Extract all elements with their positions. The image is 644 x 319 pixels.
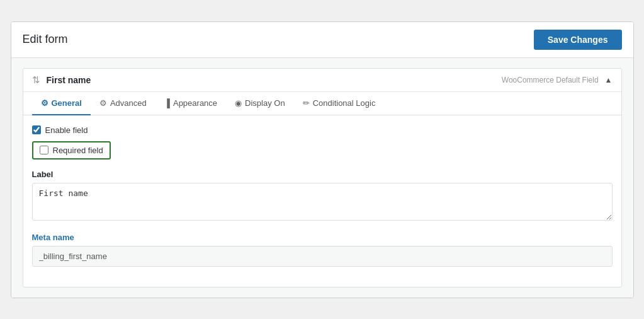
tabs-bar: ⚙ General ⚙ Advanced ▐ Appearance ◉ Disp… xyxy=(23,92,621,115)
woo-default-label: WooCommerce Default Field xyxy=(502,76,599,84)
tab-conditional-logic-label: Conditional Logic xyxy=(313,98,376,108)
tab-general[interactable]: ⚙ General xyxy=(32,92,91,115)
tab-conditional-logic[interactable]: ✏ Conditional Logic xyxy=(294,92,385,115)
edit-form-container: Edit form Save Changes ⇅ First name WooC… xyxy=(11,21,634,298)
label-heading: Label xyxy=(32,170,613,179)
field-header-left: ⇅ First name xyxy=(32,75,91,85)
collapse-icon[interactable]: ▲ xyxy=(605,76,613,84)
appearance-tab-icon: ▐ xyxy=(164,98,170,108)
save-changes-button[interactable]: Save Changes xyxy=(534,30,622,50)
field-name: First name xyxy=(47,75,91,85)
tab-general-label: General xyxy=(52,98,82,108)
content-area: ⇅ First name WooCommerce Default Field ▲… xyxy=(11,58,633,298)
required-field-box[interactable]: Required field xyxy=(32,141,111,160)
advanced-tab-icon: ⚙ xyxy=(99,98,107,108)
tab-appearance-label: Appearance xyxy=(173,98,217,108)
field-header-right: WooCommerce Default Field ▲ xyxy=(502,76,613,84)
page-header: Edit form Save Changes xyxy=(11,22,633,58)
conditional-logic-tab-icon: ✏ xyxy=(303,98,310,108)
enable-field-checkbox[interactable] xyxy=(32,125,41,134)
tab-content-general: Enable field Required field Label Meta n… xyxy=(23,115,621,287)
enable-field-row: Enable field xyxy=(32,125,613,135)
sort-icon[interactable]: ⇅ xyxy=(32,75,40,84)
required-field-label[interactable]: Required field xyxy=(53,146,103,155)
tab-appearance[interactable]: ▐ Appearance xyxy=(155,92,226,115)
tab-display-on[interactable]: ◉ Display On xyxy=(226,92,294,115)
meta-name-section: Meta name xyxy=(32,233,613,267)
label-input[interactable] xyxy=(32,183,613,221)
tab-advanced[interactable]: ⚙ Advanced xyxy=(91,92,155,115)
tab-display-on-label: Display On xyxy=(245,98,285,108)
page-title: Edit form xyxy=(23,33,68,46)
enable-field-label[interactable]: Enable field xyxy=(45,125,88,135)
required-field-checkbox[interactable] xyxy=(40,146,48,154)
label-section: Label xyxy=(32,170,613,223)
general-tab-icon: ⚙ xyxy=(41,98,48,108)
display-on-tab-icon: ◉ xyxy=(235,98,242,108)
field-header: ⇅ First name WooCommerce Default Field ▲ xyxy=(23,69,621,92)
meta-name-heading: Meta name xyxy=(32,233,613,242)
field-card: ⇅ First name WooCommerce Default Field ▲… xyxy=(23,68,622,287)
meta-name-input[interactable] xyxy=(32,246,613,267)
tab-advanced-label: Advanced xyxy=(110,98,147,108)
